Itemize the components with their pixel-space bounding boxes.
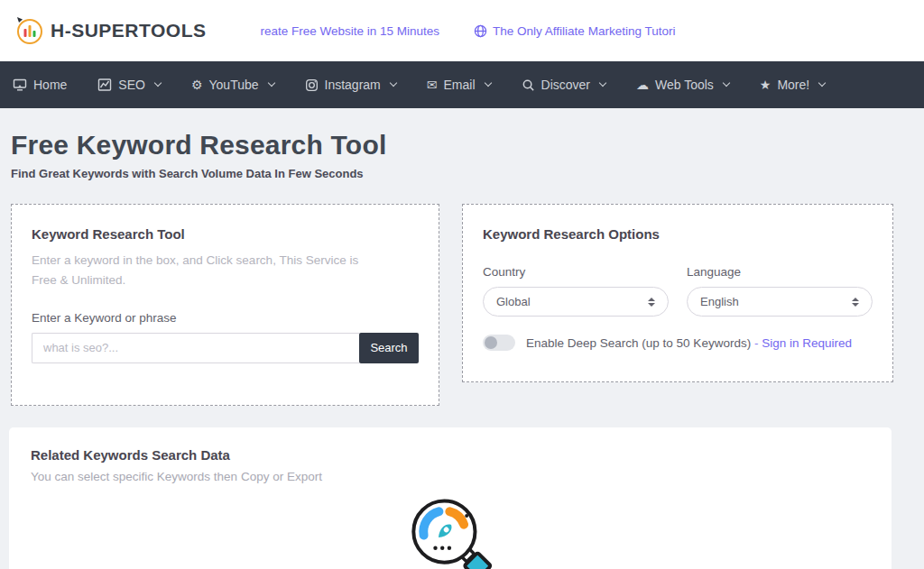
country-selected-value: Global — [496, 295, 531, 308]
monitor-icon — [13, 78, 27, 92]
deep-search-row: Enable Deep Search (up to 50 Keywords) -… — [483, 335, 873, 351]
search-icon — [522, 78, 535, 92]
star-icon: ★ — [760, 78, 772, 91]
main-navigation: Home SEO ⚙ YouTube Instagram ✉ Email — [0, 61, 924, 108]
nav-item-web-tools[interactable]: ☁ Web Tools — [636, 78, 729, 92]
keyword-input-label: Enter a Keyword or phrase — [32, 311, 419, 325]
language-selected-value: English — [700, 295, 739, 308]
chevron-down-icon — [723, 79, 730, 87]
chevron-down-icon — [599, 79, 606, 87]
nav-item-email[interactable]: ✉ Email — [427, 78, 491, 92]
nav-item-label: YouTube — [209, 78, 259, 92]
chevron-down-icon — [484, 79, 491, 87]
nav-item-instagram[interactable]: Instagram — [305, 78, 396, 92]
nav-item-youtube[interactable]: ⚙ YouTube — [191, 78, 274, 92]
options-grid: Country Global Language English — [483, 265, 873, 317]
select-arrows-icon — [648, 298, 655, 307]
logo[interactable]: H-SUPERTOOLS — [14, 15, 206, 46]
page-subtitle: Find Great Keywords with Search Volume D… — [11, 167, 913, 180]
top-header: H-SUPERTOOLS reate Free Website in 15 Mi… — [0, 0, 924, 61]
panel-title: Keyword Research Tool — [32, 226, 419, 242]
cloud-icon: ☁ — [636, 78, 649, 91]
nav-item-discover[interactable]: Discover — [522, 78, 605, 92]
nav-item-label: Email — [444, 78, 476, 92]
keyword-research-options-panel: Keyword Research Options Country Global … — [462, 204, 893, 382]
nav-item-label: Home — [33, 78, 67, 92]
logo-chart-icon — [14, 15, 45, 46]
panels-row: Keyword Research Tool Enter a keyword in… — [0, 204, 924, 406]
nav-item-label: Web Tools — [655, 78, 714, 92]
chevron-down-icon — [818, 79, 826, 87]
search-row: Search — [32, 333, 419, 363]
results-title: Related Keywords Search Data — [31, 447, 870, 463]
search-button[interactable]: Search — [359, 333, 419, 363]
header-link-affiliate-tutorial[interactable]: The Only Affiliate Marketing Tutori — [474, 24, 675, 38]
separator: - — [754, 336, 759, 350]
envelope-icon: ✉ — [427, 78, 438, 91]
language-field: Language English — [687, 265, 873, 317]
nav-item-label: More! — [777, 78, 809, 92]
deep-search-toggle[interactable] — [483, 335, 515, 351]
nav-item-more[interactable]: ★ More! — [760, 78, 825, 92]
keyword-input[interactable] — [32, 333, 359, 363]
logo-text: H-SUPERTOOLS — [51, 20, 206, 41]
language-select[interactable]: English — [687, 287, 873, 317]
language-label: Language — [687, 265, 873, 279]
chevron-down-icon — [390, 79, 397, 87]
panel-title: Keyword Research Options — [483, 226, 873, 242]
country-field: Country Global — [483, 265, 669, 317]
gauge-magnifier-illustration — [401, 496, 500, 569]
chevron-down-icon — [267, 79, 274, 87]
header-links: reate Free Website in 15 Minutes The Onl… — [260, 24, 675, 38]
sign-in-link[interactable]: Sign in Required — [762, 336, 852, 350]
header-link-label: reate Free Website in 15 Minutes — [260, 24, 439, 38]
deep-search-label: Enable Deep Search (up to 50 Keywords) — [526, 336, 751, 350]
nav-item-label: SEO — [118, 78, 145, 92]
nav-item-home[interactable]: Home — [13, 78, 67, 92]
chevron-down-icon — [154, 79, 162, 87]
instagram-icon — [305, 78, 319, 92]
related-keywords-card: Related Keywords Search Data You can sel… — [9, 427, 892, 569]
keyword-research-tool-panel: Keyword Research Tool Enter a keyword in… — [11, 204, 439, 406]
country-label: Country — [483, 265, 669, 279]
nav-item-label: Discover — [541, 78, 590, 92]
select-arrows-icon — [852, 298, 859, 307]
header-link-label: The Only Affiliate Marketing Tutori — [493, 24, 675, 38]
nav-item-seo[interactable]: SEO — [97, 78, 161, 92]
globe-icon — [474, 24, 487, 38]
hero: Free Keyword Research Tool Find Great Ke… — [0, 108, 924, 180]
panel-description: Enter a keyword in the box, and Click se… — [32, 251, 365, 291]
toggle-knob — [485, 336, 497, 349]
page-title: Free Keyword Research Tool — [11, 130, 913, 161]
line-chart-icon — [97, 78, 112, 92]
nav-item-label: Instagram — [325, 78, 381, 92]
gear-icon: ⚙ — [191, 78, 203, 91]
results-subtitle: You can select specific Keywords then Co… — [31, 470, 870, 483]
country-select[interactable]: Global — [483, 287, 669, 317]
header-link-create-website[interactable]: reate Free Website in 15 Minutes — [260, 24, 439, 38]
